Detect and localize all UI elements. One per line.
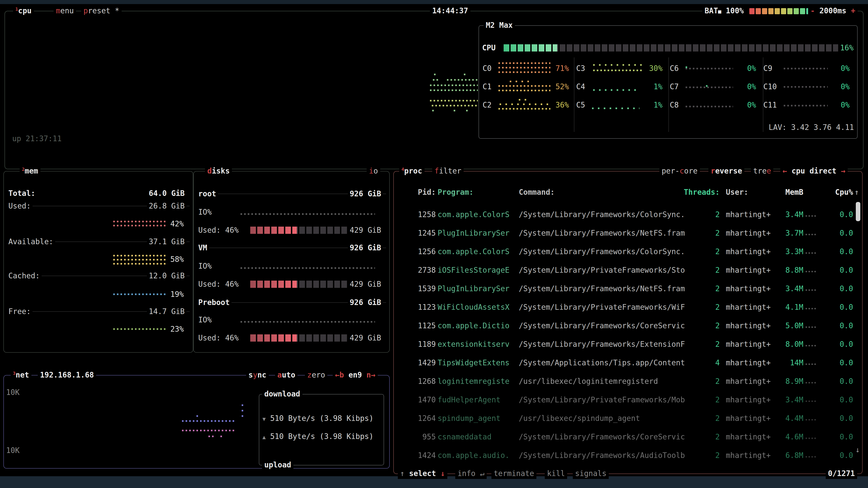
core-usage-pct: 1% bbox=[638, 96, 662, 114]
proc-sort-left-button[interactable]: ← bbox=[782, 166, 787, 175]
net-panel: 3net 192.168.1.68 sync auto zero ←b en9 … bbox=[3, 375, 390, 468]
proc-sort-right-button[interactable]: → bbox=[841, 166, 845, 175]
battery-block bbox=[794, 8, 799, 14]
proc-kill-button[interactable]: kill bbox=[545, 468, 567, 479]
net-sync-button[interactable]: sync bbox=[246, 369, 269, 381]
select-down-icon[interactable]: ↓ bbox=[440, 469, 445, 478]
graph-dot-line bbox=[686, 68, 733, 69]
header-cpu[interactable]: Cpu% bbox=[819, 186, 853, 199]
cell-memb: 5.0M bbox=[754, 317, 803, 335]
net-prev-interface-button[interactable]: ←b bbox=[335, 370, 344, 379]
cell-cpu: 0.0 bbox=[819, 446, 853, 465]
cell-command: /System/Library/Frameworks/CoreServic bbox=[519, 317, 685, 335]
proc-sort-column: cpu direct bbox=[792, 166, 837, 175]
table-row[interactable]: 1470 fudHelperAgent /System/Library/Priv… bbox=[397, 391, 859, 409]
net-next-interface-button[interactable]: n→ bbox=[366, 370, 375, 379]
net-auto-button[interactable]: auto bbox=[275, 369, 298, 381]
cell-memb: 4.1M bbox=[754, 298, 803, 317]
tab-net[interactable]: 3net bbox=[11, 369, 31, 381]
scroll-more-icon: ↓ bbox=[855, 445, 860, 454]
table-row[interactable]: 1189 extensionkitserv /System/Library/Fr… bbox=[397, 335, 859, 354]
table-row[interactable]: 1264 spindump_agent /usr/libexec/spindum… bbox=[397, 409, 859, 428]
core-usage-pct: 0% bbox=[731, 96, 756, 114]
table-row[interactable]: 1268 loginitemregiste /usr/libexec/login… bbox=[397, 372, 859, 391]
graph-dot-line bbox=[242, 410, 245, 412]
tab-disks[interactable]: disks bbox=[205, 166, 232, 176]
mem-total-value: 64.0 GiB bbox=[147, 188, 186, 198]
cell-pid: 1125 bbox=[406, 317, 436, 335]
core-name: C9 bbox=[763, 59, 772, 77]
mem-graph-dots bbox=[806, 289, 817, 291]
graph-dot-line bbox=[113, 328, 166, 330]
core-name: C7 bbox=[670, 77, 679, 96]
header-command[interactable]: Command: bbox=[519, 186, 555, 199]
proc-info-button[interactable]: info ↵ bbox=[455, 468, 487, 479]
cell-pid: 1424 bbox=[406, 446, 436, 465]
mem-entry-pct: 42% bbox=[170, 219, 184, 229]
core-cell: C2 36% bbox=[481, 96, 575, 114]
header-pid[interactable]: Pid: bbox=[406, 186, 436, 199]
preset-button[interactable]: preset * bbox=[81, 5, 122, 16]
graph-dot-line bbox=[464, 74, 466, 75]
battery-block bbox=[762, 8, 767, 14]
table-row[interactable]: 1429 TipsWidgetExtens /System/Applicatio… bbox=[397, 354, 859, 372]
table-row[interactable]: 2738 iOSFilesStorageE /System/Library/Pr… bbox=[397, 261, 859, 280]
tab-io[interactable]: io bbox=[367, 166, 380, 176]
battery-block bbox=[781, 8, 786, 14]
core-name: C11 bbox=[763, 96, 777, 114]
core-usage-pct: 30% bbox=[638, 59, 662, 77]
proc-select-control[interactable]: ↑ select ↓ bbox=[398, 468, 447, 479]
proc-tree-button[interactable]: tree bbox=[751, 166, 773, 176]
header-program[interactable]: Program: bbox=[438, 186, 473, 199]
table-row[interactable]: 1539 PlugInLibrarySer /System/Library/Fr… bbox=[397, 280, 859, 298]
cell-pid: 1470 bbox=[406, 391, 436, 409]
table-row[interactable]: 1245 PlugInLibrarySer /System/Library/Fr… bbox=[397, 224, 859, 242]
select-up-icon[interactable]: ↑ bbox=[400, 469, 405, 478]
graph-dot-line bbox=[241, 267, 375, 269]
proc-percore-button[interactable]: per-core bbox=[659, 166, 700, 176]
core-name: C10 bbox=[763, 77, 777, 96]
cell-cpu: 0.0 bbox=[819, 428, 853, 446]
interval-increase-button[interactable]: + bbox=[851, 6, 855, 15]
table-row[interactable]: 1123 WiFiCloudAssetsX /System/Library/Pr… bbox=[397, 298, 859, 317]
interval-decrease-button[interactable]: - bbox=[810, 6, 815, 15]
table-row[interactable]: 955 csnameddatad /System/Library/Framewo… bbox=[397, 428, 859, 446]
disk-name-row: root926 GiB bbox=[196, 189, 386, 199]
interval-value: 2000ms bbox=[819, 6, 846, 15]
table-row[interactable]: 1258 com.apple.ColorS /System/Library/Fr… bbox=[397, 205, 859, 224]
proc-filter-button[interactable]: filter bbox=[432, 166, 464, 176]
cell-command: /System/Library/PrivateFrameworks/WiF bbox=[519, 298, 685, 317]
proc-scrollbar[interactable] bbox=[856, 202, 860, 221]
header-threads[interactable]: Threads: bbox=[684, 186, 720, 199]
core-usage-pct: 52% bbox=[544, 77, 569, 96]
mem-graph-dots bbox=[806, 308, 817, 309]
table-row[interactable]: 1424 com.apple.audio. /System/Library/Fr… bbox=[397, 446, 859, 465]
header-user[interactable]: User: bbox=[726, 186, 748, 199]
cell-cpu: 0.0 bbox=[819, 261, 853, 280]
tab-mem[interactable]: 2mem bbox=[20, 166, 40, 176]
menu-button[interactable]: menu bbox=[54, 5, 76, 16]
tab-proc[interactable]: 4proc bbox=[399, 166, 425, 176]
proc-reverse-button[interactable]: reverse bbox=[708, 166, 744, 176]
cell-program: com.apple.ColorS bbox=[438, 242, 509, 261]
mem-graph-dots bbox=[806, 456, 817, 457]
load-average: LAV: 3.42 3.76 4.11 bbox=[769, 123, 854, 132]
proc-signals-button[interactable]: signals bbox=[573, 468, 609, 479]
table-row[interactable]: 1125 com.apple.Dictio /System/Library/Fr… bbox=[397, 317, 859, 335]
header-memb[interactable]: MemB bbox=[754, 186, 803, 199]
graph-dot-line bbox=[498, 85, 550, 87]
net-zero-button[interactable]: zero bbox=[305, 369, 327, 381]
cell-threads: 2 bbox=[684, 242, 720, 261]
table-row[interactable]: 1256 com.apple.ColorS /System/Library/Fr… bbox=[397, 242, 859, 261]
core-name: C4 bbox=[576, 77, 585, 96]
battery-block bbox=[768, 8, 774, 14]
cpu-meter-label: CPU bbox=[482, 43, 496, 52]
proc-terminate-button[interactable]: terminate bbox=[491, 468, 536, 479]
cell-command: /System/Library/Frameworks/ColorSync. bbox=[519, 242, 685, 261]
graph-dot-line bbox=[113, 263, 166, 265]
graph-dot-line bbox=[432, 105, 477, 106]
graph-dot-line bbox=[466, 110, 469, 111]
cell-program: extensionkitserv bbox=[438, 335, 509, 354]
tab-cpu[interactable]: 1cpu bbox=[13, 5, 34, 16]
mem-graph-dots bbox=[806, 437, 817, 439]
